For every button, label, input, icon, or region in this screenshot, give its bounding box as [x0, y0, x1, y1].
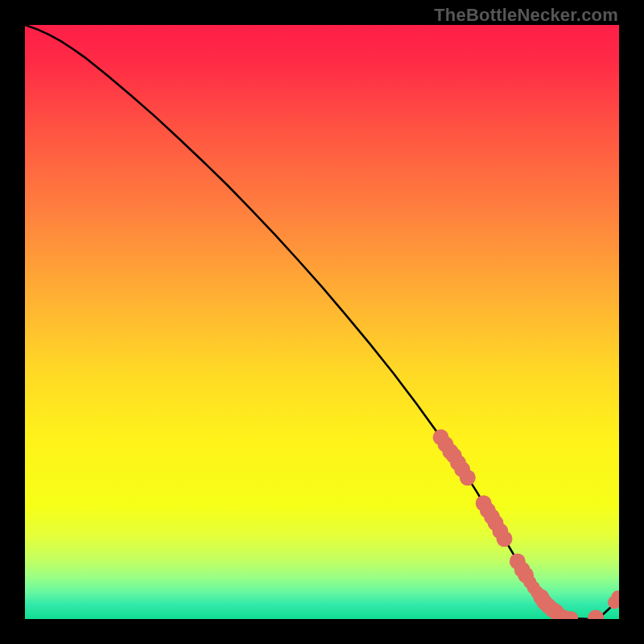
chart-overlay — [25, 25, 619, 619]
data-marker — [460, 469, 476, 485]
bottleneck-curve — [25, 25, 619, 619]
watermark-credit: TheBottleNecker.com — [434, 5, 618, 26]
data-marker — [497, 530, 513, 547]
chart-stage: TheBottleNecker.com — [0, 0, 644, 644]
plot-area — [25, 25, 619, 619]
marker-layer — [433, 429, 619, 619]
data-marker — [588, 610, 604, 619]
